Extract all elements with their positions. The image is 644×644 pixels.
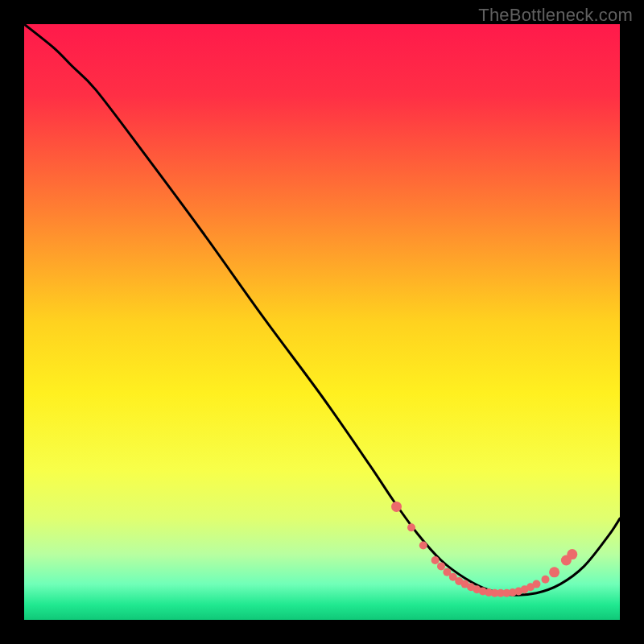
trough-dot bbox=[437, 562, 445, 570]
trough-markers bbox=[391, 502, 577, 597]
trough-dot bbox=[407, 523, 415, 531]
trough-dot bbox=[391, 502, 402, 512]
trough-dot bbox=[532, 580, 540, 588]
trough-dot bbox=[549, 567, 559, 577]
attribution-watermark: TheBottleneck.com bbox=[478, 5, 633, 26]
trough-dot bbox=[567, 549, 577, 559]
trough-dot bbox=[431, 556, 440, 564]
plot-area bbox=[24, 24, 620, 620]
trough-dot bbox=[419, 542, 427, 550]
chart-outer: TheBottleneck.com bbox=[0, 0, 644, 644]
curve-layer bbox=[24, 24, 620, 620]
main-curve bbox=[24, 24, 620, 595]
trough-dot bbox=[542, 576, 550, 584]
